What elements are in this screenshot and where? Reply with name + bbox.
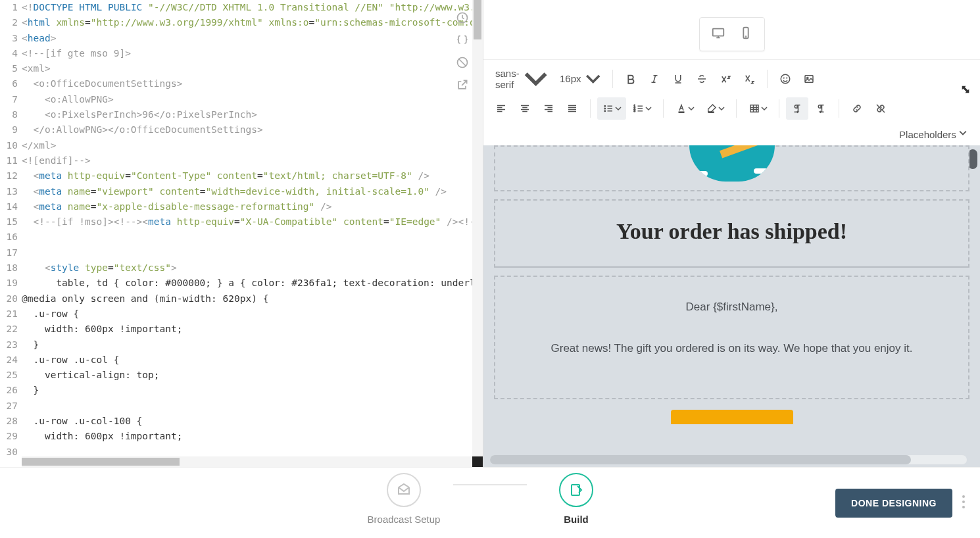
editor-horizontal-scrollbar[interactable] xyxy=(22,456,472,467)
svg-text:3: 3 xyxy=(633,110,635,113)
rtl-button[interactable] xyxy=(810,97,832,120)
logo-block[interactable] xyxy=(494,145,969,191)
svg-point-7 xyxy=(787,78,787,78)
font-family-select[interactable]: sans-serif xyxy=(490,64,553,93)
code-editor-panel: 1234567891011121314151617181920212223242… xyxy=(0,0,483,467)
strikethrough-button[interactable] xyxy=(691,68,713,90)
footer-bar: Broadcast Setup Build DONE DESIGNING xyxy=(0,467,980,538)
step-setup-label: Broadcast Setup xyxy=(368,514,441,525)
external-link-icon[interactable] xyxy=(455,78,470,92)
ltr-button[interactable] xyxy=(786,97,808,120)
font-size-select[interactable]: 16px xyxy=(554,68,606,89)
image-button[interactable] xyxy=(798,68,820,90)
highlight-color-button[interactable] xyxy=(700,97,729,120)
braces-icon[interactable] xyxy=(455,33,470,47)
code-area[interactable]: <!DOCTYPE HTML PUBLIC "-//W3C//DTD XHTML… xyxy=(22,0,483,467)
svg-point-22 xyxy=(962,506,965,508)
emoji-button[interactable] xyxy=(774,68,796,90)
collapse-arrows-icon[interactable] xyxy=(959,83,972,99)
rich-text-toolbar: sans-serif 16px xyxy=(483,59,980,124)
body-text-block[interactable]: Dear {$firstName}, Great news! The gift … xyxy=(494,276,969,399)
placeholders-dropdown[interactable]: Placeholders xyxy=(483,124,980,145)
subscript-button[interactable] xyxy=(738,68,760,90)
underline-button[interactable] xyxy=(667,68,689,90)
preview-horizontal-scrollbar[interactable] xyxy=(490,455,967,464)
text-color-button[interactable] xyxy=(670,97,699,120)
editor-vertical-scrollbar[interactable] xyxy=(472,0,483,456)
code-editor[interactable]: 1234567891011121314151617181920212223242… xyxy=(0,0,483,467)
bold-button[interactable] xyxy=(620,68,642,90)
step-connector xyxy=(453,484,527,485)
svg-point-5 xyxy=(781,74,790,84)
disable-icon[interactable] xyxy=(455,55,470,70)
align-justify-button[interactable] xyxy=(561,97,583,120)
preview-panel: sans-serif 16px xyxy=(483,0,980,467)
link-button[interactable] xyxy=(846,97,868,120)
italic-button[interactable] xyxy=(643,68,666,90)
greeting-text: Dear {$firstName}, xyxy=(515,298,948,317)
svg-point-10 xyxy=(604,106,606,107)
align-right-button[interactable] xyxy=(537,97,560,120)
body-text: Great news! The gift you ordered is on i… xyxy=(515,339,948,358)
history-icon[interactable] xyxy=(455,11,470,25)
step-build[interactable]: Build xyxy=(527,473,625,525)
svg-rect-17 xyxy=(708,112,714,113)
done-designing-button[interactable]: DONE DESIGNING xyxy=(835,489,952,518)
email-preview-area[interactable]: Your order has shipped! Dear {$firstName… xyxy=(483,145,980,467)
line-gutter: 1234567891011121314151617181920212223242… xyxy=(0,0,22,467)
superscript-button[interactable] xyxy=(714,68,737,90)
desktop-device-icon[interactable] xyxy=(711,26,725,43)
email-heading: Your order has shipped! xyxy=(502,219,962,244)
svg-point-21 xyxy=(962,501,965,503)
step-build-label: Build xyxy=(564,514,589,525)
placeholders-label: Placeholders xyxy=(899,129,956,140)
svg-point-12 xyxy=(604,110,606,112)
svg-rect-16 xyxy=(678,112,684,113)
svg-rect-2 xyxy=(712,29,723,36)
svg-point-11 xyxy=(604,109,606,110)
wizard-steps: Broadcast Setup Build xyxy=(355,473,625,525)
cta-button xyxy=(671,410,793,424)
preview-vertical-scrollbar[interactable] xyxy=(968,149,977,169)
svg-point-6 xyxy=(783,78,784,78)
more-options-icon[interactable] xyxy=(962,495,966,512)
mobile-device-icon[interactable] xyxy=(739,26,753,43)
device-switcher xyxy=(699,17,765,51)
ordered-list-button[interactable]: 123 xyxy=(627,97,656,120)
align-center-button[interactable] xyxy=(514,97,536,120)
svg-point-20 xyxy=(962,495,965,498)
svg-rect-18 xyxy=(750,105,758,112)
align-left-button[interactable] xyxy=(490,97,512,120)
svg-point-4 xyxy=(745,36,746,37)
cta-button-block[interactable] xyxy=(494,407,969,424)
unordered-list-button[interactable] xyxy=(597,97,626,120)
unlink-button[interactable] xyxy=(870,97,892,120)
logo-image xyxy=(689,145,775,182)
heading-block[interactable]: Your order has shipped! xyxy=(494,199,969,268)
table-button[interactable] xyxy=(743,97,772,120)
step-broadcast-setup[interactable]: Broadcast Setup xyxy=(355,473,453,525)
editor-scroll-corner xyxy=(472,456,483,467)
